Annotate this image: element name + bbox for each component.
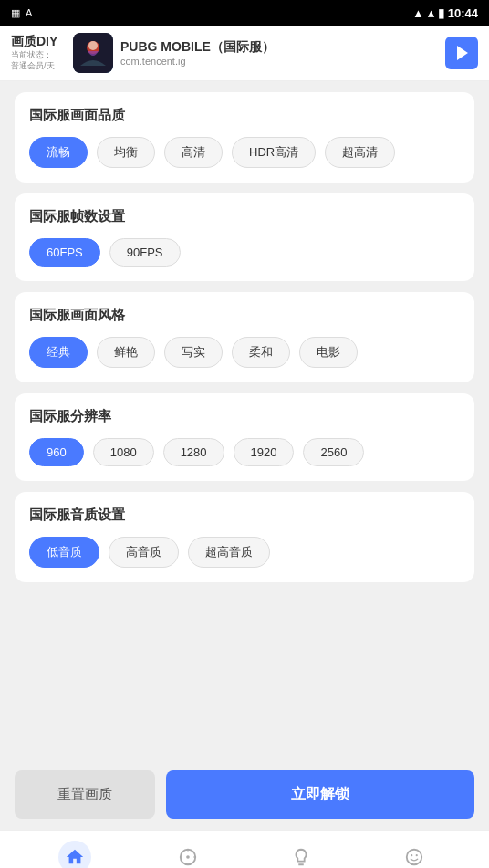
option-resolution-3[interactable]: 1920 bbox=[234, 438, 295, 466]
option-quality-4[interactable]: 超高清 bbox=[325, 137, 395, 168]
app-title-block: 画质DIY 当前状态： 普通会员/天 bbox=[11, 34, 66, 71]
app-status-label: 当前状态： bbox=[11, 50, 66, 61]
nav-smiley[interactable] bbox=[383, 835, 445, 869]
nav-lightbulb[interactable] bbox=[270, 835, 332, 869]
play-triangle-icon bbox=[457, 46, 468, 60]
option-resolution-0[interactable]: 960 bbox=[29, 438, 84, 466]
section-title-quality: 国际服画面品质 bbox=[29, 107, 460, 124]
options-row-audio: 低音质高音质超高音质 bbox=[29, 537, 460, 568]
svg-point-4 bbox=[186, 855, 190, 859]
unlock-button[interactable]: 立即解锁 bbox=[166, 770, 474, 819]
game-package: com.tencent.ig bbox=[120, 56, 275, 67]
notification-icon: ▦ bbox=[11, 7, 20, 19]
bottom-nav bbox=[0, 830, 489, 868]
svg-point-6 bbox=[411, 854, 412, 856]
option-quality-0[interactable]: 流畅 bbox=[29, 137, 88, 168]
section-fps: 国际服帧数设置60FPS90FPS bbox=[15, 193, 474, 281]
home-icon bbox=[65, 847, 85, 867]
home-nav-icon-bg bbox=[58, 841, 91, 869]
svg-point-5 bbox=[407, 849, 422, 864]
app-header: 画质DIY 当前状态： 普通会员/天 PUBG MOBILE（国际服） com.… bbox=[0, 26, 489, 81]
option-quality-1[interactable]: 均衡 bbox=[97, 137, 155, 168]
time-display: 10:44 bbox=[448, 6, 478, 20]
game-info-block: PUBG MOBILE（国际服） com.tencent.ig bbox=[66, 33, 445, 73]
option-style-1[interactable]: 鲜艳 bbox=[97, 337, 155, 368]
compass-icon bbox=[178, 847, 198, 867]
option-fps-1[interactable]: 90FPS bbox=[109, 238, 181, 267]
options-row-resolution: 9601080128019202560 bbox=[29, 438, 460, 466]
signal-icon: ▲ bbox=[412, 6, 424, 20]
status-icons-left: ▦ A bbox=[11, 7, 32, 19]
option-style-2[interactable]: 写实 bbox=[164, 337, 223, 368]
reset-button[interactable]: 重置画质 bbox=[15, 770, 155, 819]
option-style-0[interactable]: 经典 bbox=[29, 337, 88, 368]
option-style-3[interactable]: 柔和 bbox=[232, 337, 290, 368]
section-resolution: 国际服分辨率9601080128019202560 bbox=[15, 393, 474, 481]
game-name: PUBG MOBILE（国际服） bbox=[120, 39, 275, 56]
section-title-resolution: 国际服分辨率 bbox=[29, 408, 460, 425]
svg-point-2 bbox=[88, 41, 98, 50]
battery-icon: ▮ bbox=[438, 6, 444, 20]
nav-home[interactable] bbox=[44, 835, 106, 869]
option-resolution-2[interactable]: 1280 bbox=[163, 438, 224, 466]
option-style-4[interactable]: 电影 bbox=[299, 337, 358, 368]
section-title-fps: 国际服帧数设置 bbox=[29, 208, 460, 225]
app-member-label: 普通会员/天 bbox=[11, 61, 66, 72]
section-quality: 国际服画面品质流畅均衡高清HDR高清超高清 bbox=[15, 92, 474, 183]
section-audio: 国际服音质设置低音质高音质超高音质 bbox=[15, 492, 474, 582]
svg-point-7 bbox=[416, 854, 418, 856]
game-details: PUBG MOBILE（国际服） com.tencent.ig bbox=[120, 39, 275, 67]
option-audio-1[interactable]: 高音质 bbox=[109, 537, 179, 568]
options-row-style: 经典鲜艳写实柔和电影 bbox=[29, 337, 460, 368]
options-row-fps: 60FPS90FPS bbox=[29, 238, 460, 267]
lightbulb-icon bbox=[291, 847, 311, 867]
option-quality-3[interactable]: HDR高清 bbox=[232, 137, 316, 168]
option-fps-0[interactable]: 60FPS bbox=[29, 238, 100, 267]
app-icon-small: A bbox=[26, 7, 32, 18]
main-content: 国际服画面品质流畅均衡高清HDR高清超高清国际服帧数设置60FPS90FPS国际… bbox=[0, 81, 489, 759]
option-quality-2[interactable]: 高清 bbox=[164, 137, 223, 168]
section-title-audio: 国际服音质设置 bbox=[29, 507, 460, 524]
option-resolution-4[interactable]: 2560 bbox=[303, 438, 364, 466]
status-bar: ▦ A ▲ ▴ ▮ 10:44 bbox=[0, 0, 489, 26]
game-icon bbox=[73, 33, 113, 73]
play-button[interactable] bbox=[445, 37, 478, 69]
status-icons-right: ▲ ▴ ▮ 10:44 bbox=[412, 6, 478, 20]
compass-nav-icon-bg bbox=[172, 841, 204, 869]
wifi-icon: ▴ bbox=[428, 6, 434, 20]
smiley-nav-icon-bg bbox=[398, 841, 431, 869]
game-icon-svg bbox=[73, 33, 113, 73]
bottom-buttons: 重置画质 立即解锁 bbox=[0, 759, 489, 830]
smiley-icon bbox=[404, 847, 424, 867]
options-row-quality: 流畅均衡高清HDR高清超高清 bbox=[29, 137, 460, 168]
option-audio-0[interactable]: 低音质 bbox=[29, 537, 99, 568]
option-audio-2[interactable]: 超高音质 bbox=[188, 537, 270, 568]
lightbulb-nav-icon-bg bbox=[285, 841, 317, 869]
section-style: 国际服画面风格经典鲜艳写实柔和电影 bbox=[15, 292, 474, 382]
section-title-style: 国际服画面风格 bbox=[29, 307, 460, 324]
nav-compass[interactable] bbox=[157, 835, 219, 869]
app-title: 画质DIY bbox=[11, 34, 66, 50]
option-resolution-1[interactable]: 1080 bbox=[93, 438, 154, 466]
